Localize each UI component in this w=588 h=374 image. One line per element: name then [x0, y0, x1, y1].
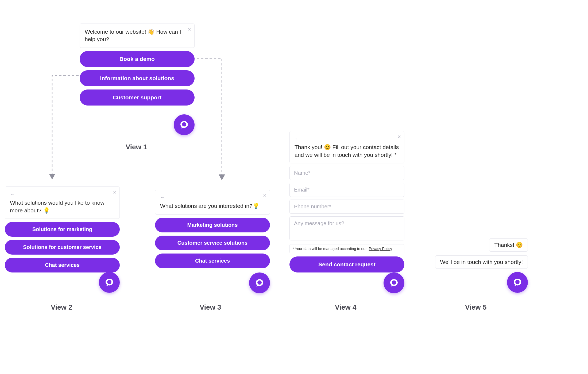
option-marketing[interactable]: Solutions for marketing: [5, 222, 120, 237]
chat-view-1: × Welcome to our website! 👋 How can I he…: [80, 24, 195, 106]
back-icon[interactable]: ←: [295, 135, 399, 142]
option-book-demo[interactable]: Book a demo: [80, 51, 195, 67]
chat-launcher-icon[interactable]: [174, 114, 195, 135]
privacy-policy-link[interactable]: Privacy Policy: [369, 247, 392, 251]
name-field[interactable]: [289, 166, 404, 180]
option-chat-services[interactable]: Chat services: [155, 254, 270, 268]
svg-point-3: [182, 122, 186, 127]
back-icon[interactable]: ←: [160, 194, 265, 201]
message-bubble: ← × What solutions are you interested in…: [155, 190, 270, 215]
view-label-3: View 3: [200, 303, 221, 311]
option-customer-support[interactable]: Customer support: [80, 89, 195, 106]
close-icon[interactable]: ×: [397, 134, 401, 140]
chat-view-5: Thanks! 😊 We'll be in touch with you sho…: [426, 238, 528, 269]
view-label-2: View 2: [51, 303, 72, 311]
svg-marker-1: [219, 174, 225, 180]
chat-launcher-icon[interactable]: [507, 272, 528, 293]
close-icon[interactable]: ×: [188, 26, 191, 32]
message-bubble: × Welcome to our website! 👋 How can I he…: [80, 24, 195, 48]
chat-view-2: ← × What solutions would you like to kno…: [5, 186, 120, 272]
email-field[interactable]: [289, 183, 404, 197]
send-contact-request-button[interactable]: Send contact request: [289, 256, 404, 272]
option-customer-service[interactable]: Solutions for customer service: [5, 240, 120, 255]
close-icon[interactable]: ×: [113, 189, 116, 195]
option-information-solutions[interactable]: Information about solutions: [80, 70, 195, 86]
message-text: Thank you! 😊 Fill out your contact detai…: [295, 144, 399, 158]
message-text: Welcome to our website! 👋 How can I help…: [85, 29, 181, 42]
view-label-5: View 5: [465, 303, 486, 311]
phone-field[interactable]: [289, 200, 404, 214]
svg-marker-0: [49, 174, 55, 180]
privacy-notice: * Your data will be managed according to…: [289, 244, 404, 253]
option-chat-services[interactable]: Chat services: [5, 258, 120, 272]
message-bubble: ← × Thank you! 😊 Fill out your contact d…: [289, 131, 404, 163]
chat-launcher-icon[interactable]: [384, 272, 404, 293]
flow-arrow-view1-to-view3: [192, 57, 238, 182]
message-field[interactable]: [289, 216, 404, 240]
chat-view-4: ← × Thank you! 😊 Fill out your contact d…: [289, 131, 404, 272]
chat-launcher-icon[interactable]: [249, 272, 270, 293]
privacy-text: * Your data will be managed according to…: [292, 247, 367, 251]
chat-view-3: ← × What solutions are you interested in…: [155, 190, 270, 268]
message-text: What solutions would you like to know mo…: [10, 200, 105, 213]
close-icon[interactable]: ×: [263, 193, 266, 198]
option-customer-service-solutions[interactable]: Customer service solutions: [155, 236, 270, 250]
svg-point-11: [515, 280, 520, 284]
message-text: What solutions are you interested in?💡: [160, 203, 260, 209]
option-marketing-solutions[interactable]: Marketing solutions: [155, 218, 270, 232]
message-bubble: ← × What solutions would you like to kno…: [5, 186, 120, 219]
svg-point-7: [257, 280, 262, 285]
reply-bubble-followup: We'll be in touch with you shortly!: [435, 255, 528, 269]
chat-launcher-icon[interactable]: [99, 272, 120, 293]
reply-bubble-thanks: Thanks! 😊: [489, 238, 528, 252]
svg-point-9: [392, 280, 396, 285]
view-label-4: View 4: [335, 303, 356, 311]
view-label-1: View 1: [126, 143, 147, 151]
back-icon[interactable]: ←: [10, 191, 115, 197]
svg-point-5: [107, 280, 111, 284]
